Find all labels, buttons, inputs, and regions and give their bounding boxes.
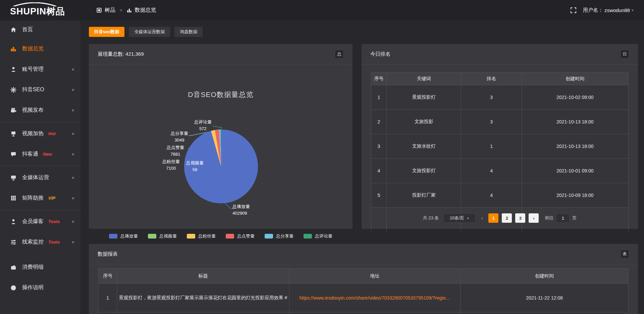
user-menu[interactable]: 用户名：zswodun88 ∨ [583, 7, 634, 13]
fullscreen-icon[interactable] [571, 7, 576, 13]
sidebar-item-lead-monitor[interactable]: 线索监控 Tools ∨ [0, 232, 80, 252]
monitor-icon [10, 175, 17, 181]
col-keyword: 关键词 [387, 72, 461, 85]
report-panel-header: 数据报表 表 [89, 244, 638, 264]
sidebar-divider [0, 210, 80, 210]
sidebar-item-help[interactable]: ? 操作说明 [0, 277, 80, 298]
report-panel: 数据报表 表 序号 标题 地址 创建时间 1 景观投影灯，夜游景观投影灯厂家展示… [89, 244, 638, 314]
sidebar-item-douketong[interactable]: 抖客通 New ∨ [0, 144, 80, 164]
sidebar-item-label: 全媒体运营 [22, 174, 49, 181]
user-icon [10, 66, 17, 72]
sidebar-item-label: 视频发布 [22, 107, 44, 114]
table-badge-button[interactable]: 表 [620, 250, 629, 259]
sidebar-item-account[interactable]: 账号管理 ∨ [0, 59, 80, 80]
tab-douyin-seo-data[interactable]: 抖音seo数据 [89, 27, 124, 37]
day-badge-button[interactable]: 日 [620, 50, 629, 59]
goto-page-input[interactable] [556, 213, 570, 223]
wallet-icon [10, 264, 17, 270]
chevron-down-icon: ∨ [71, 240, 74, 244]
logo-en: SHUPIN [10, 6, 46, 16]
billboard-icon [10, 131, 17, 137]
sidebar-item-data-overview[interactable]: 数据总览 [0, 39, 80, 59]
chat-bubble-icon [10, 151, 17, 157]
legend-swatch [304, 234, 312, 239]
sidebar-item-label: 首页 [22, 26, 33, 33]
goto-page: 前往 页 [545, 213, 577, 223]
chevron-down-icon: ∨ [71, 196, 74, 200]
legend-item[interactable]: 总点赞量 [226, 233, 255, 239]
sidebar-item-douyin-seo[interactable]: 抖音SEO ∨ [0, 80, 80, 100]
sidebar-item-matrix-boost[interactable]: 矩阵助推 VIP ∨ [0, 188, 80, 208]
bar-chart-icon [127, 8, 132, 13]
chevron-down-icon: ∨ [71, 220, 74, 224]
vip-tag: VIP [48, 196, 55, 201]
topbar-right: 用户名：zswodun88 ∨ [571, 7, 644, 13]
sidebar-item-home[interactable]: 首页 [0, 20, 80, 39]
sidebar-item-video-heat[interactable]: 视频加热 Hot ∨ [0, 123, 80, 144]
legend-swatch [187, 234, 195, 239]
page-size-select[interactable]: 10条/页 ∨ [443, 213, 476, 223]
goto-suffix: 页 [572, 215, 577, 221]
logo-text: SHUPIN树品 [10, 5, 65, 17]
legend-item[interactable]: 总粉丝量 [187, 233, 216, 239]
bar-chart-icon [10, 46, 17, 52]
col-created: 创建时间 [461, 269, 629, 284]
report-table: 序号 标题 地址 创建时间 1 景观投影灯，夜游景观投影灯厂家展示展示落花灯在花… [98, 268, 629, 314]
sidebar-item-label: 数据总览 [22, 45, 44, 52]
legend-item[interactable]: 总评论量 [304, 233, 332, 239]
grid-icon [10, 195, 17, 201]
chart-title: D音SEO数据量总览 [89, 90, 353, 99]
impressions-total: 展现量总数: 421,369 [98, 51, 144, 57]
video-url-link[interactable]: https://www.iesdouyin.com/share/video/70… [300, 295, 450, 301]
col-title: 标题 [117, 269, 289, 284]
person-icon [10, 219, 17, 225]
table-row: 5投影灯厂家42021-10-09 18:00 [371, 183, 629, 208]
gear-icon [10, 87, 17, 93]
total-badge-button[interactable]: 总 [335, 50, 344, 59]
hot-tag: Hot [48, 131, 56, 136]
sidebar-item-label: 账号管理 [22, 66, 44, 73]
next-page-button[interactable]: › [529, 213, 539, 223]
breadcrumb-item-current[interactable]: 数据总览 [135, 7, 156, 14]
col-created: 创建时间 [522, 72, 628, 85]
impressions-panel: 展现量总数: 421,369 总 D音SEO数据量总览 总评论量572 总分享量… [89, 44, 353, 229]
video-camera-icon [10, 107, 17, 113]
chevron-down-icon: ∨ [631, 8, 634, 12]
col-rank: 排名 [461, 72, 522, 85]
logo: SHUPIN树品 [0, 0, 80, 20]
logo-cn: 树品 [46, 6, 65, 16]
legend-item[interactable]: 总视频量 [148, 233, 177, 239]
table-row: 2文旅投影32021-10-13 18:00 [371, 110, 629, 134]
legend-swatch [109, 234, 117, 239]
sidebar-divider [0, 122, 80, 122]
svg-text:?: ? [12, 286, 14, 290]
tools-tag: Tools [48, 240, 60, 245]
sidebar-item-spending-detail[interactable]: 消费明细 [0, 257, 80, 277]
prev-page-button[interactable]: ‹ [479, 215, 485, 221]
tab-inquiry-data[interactable]: 询盘数据 [174, 27, 203, 37]
page-button-2[interactable]: 2 [502, 213, 512, 223]
breadcrumb-separator: > [120, 8, 122, 13]
sidebar: 首页 数据总览 账号管理 ∨ 抖音SEO ∨ 视频发布 ∨ 视频加热 Hot ∨ [0, 20, 80, 314]
breadcrumb-item-home[interactable]: 树品 [105, 7, 115, 14]
legend-item[interactable]: 总分享量 [265, 233, 293, 239]
app-root: SHUPIN树品 树品 > 数据总览 用户名：zswodun88 ∨ 首页 数据… [0, 0, 644, 314]
sidebar-item-member-burst[interactable]: 会员爆客 Tools ∨ [0, 211, 80, 232]
sidebar-spacer [0, 252, 80, 257]
data-tabs: 抖音seo数据 全媒体运营数据 询盘数据 [89, 27, 203, 37]
legend-item[interactable]: 总播放量 [109, 233, 138, 239]
sidebar-item-video-publish[interactable]: 视频发布 ∨ [0, 100, 80, 120]
legend-swatch [265, 234, 273, 239]
home-icon [10, 27, 17, 33]
ranking-panel: 今日排名 日 序号 关键词 排名 创建时间 1景观投影灯32021-10-02 … [362, 44, 638, 229]
tab-omni-media-data[interactable]: 全媒体运营数据 [129, 27, 170, 37]
page-button-3[interactable]: 3 [515, 213, 525, 223]
pie-chart: D音SEO数据量总览 总评论量572 总分享量3049 总点赞量7681 总粉丝… [89, 64, 353, 229]
sidebar-item-label: 抖音SEO [22, 86, 44, 93]
page-button-1[interactable]: 1 [488, 213, 498, 223]
col-url: 地址 [289, 269, 460, 284]
sidebar-item-label: 矩阵助推 [22, 195, 44, 202]
sidebar-item-omni-media[interactable]: 全媒体运营 ∨ [0, 167, 80, 188]
chevron-down-icon: ∨ [71, 152, 74, 156]
chevron-down-icon: ∨ [71, 176, 74, 180]
